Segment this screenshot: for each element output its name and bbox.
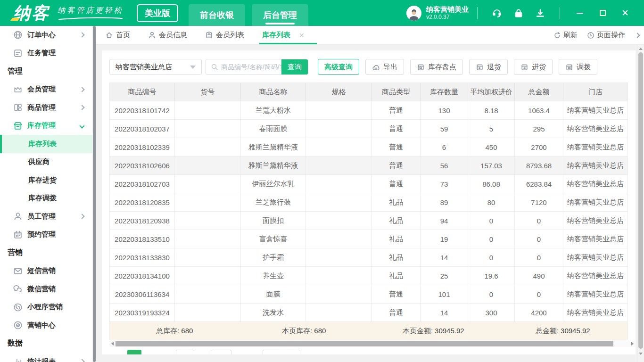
table-cell <box>175 156 241 174</box>
pagination-button[interactable] <box>176 350 194 354</box>
sidebar-item-inventory-purchase[interactable]: 库存进货 <box>0 171 92 189</box>
sidebar-item-task-manage[interactable]: 任务管理 <box>0 44 92 63</box>
sidebar-item-inventory-list[interactable]: 库存列表 <box>0 135 92 153</box>
sidebar-item-wechat-marketing[interactable]: 微信营销 <box>0 280 92 298</box>
table-cell: 普通 <box>372 120 421 138</box>
pagination-current-page[interactable] <box>127 350 141 354</box>
search-input[interactable] <box>221 59 281 74</box>
sidebar-item-miniprogram-marketing[interactable]: 小程序营销 <box>0 298 92 317</box>
table-row[interactable]: 20220318102606雅斯兰黛精华液普通56157.038793.68纳客… <box>110 156 627 174</box>
scroll-left-arrow[interactable] <box>109 340 115 347</box>
pagination-button[interactable] <box>211 350 231 354</box>
advanced-query-button[interactable]: 高级查询 <box>318 59 359 75</box>
sidebar-item-inventory-transfer[interactable]: 库存调拨 <box>0 189 92 208</box>
calendar-icon <box>13 230 23 239</box>
vertical-scrollbar-thumb[interactable] <box>638 52 643 349</box>
table-row[interactable]: 20220318120938面膜扣礼品9400纳客营销美业总店 <box>110 211 627 230</box>
table-row[interactable]: 20230306113634面膜普通10100纳客营销美业总店 <box>110 285 627 303</box>
sidebar-item-order-center[interactable]: 订单中心 <box>0 26 92 44</box>
tab-member-list[interactable]: 会员列表 <box>205 26 244 44</box>
table-row[interactable]: 20220318133830护手霜礼品1400纳客营销美业总店 <box>110 248 627 266</box>
sidebar-item-supplier[interactable]: 供应商 <box>0 153 92 172</box>
table-row[interactable]: 20220318102339雅斯兰黛精华液普通64502700纳客营销美业总店 <box>110 138 627 156</box>
tab-member-info[interactable]: 会员信息 <box>148 26 187 44</box>
table-cell <box>175 101 241 119</box>
chevron-right-icon[interactable] <box>635 33 640 38</box>
sidebar-item-member-manage[interactable]: 会员管理 <box>0 81 92 99</box>
topbar-nav: 前台收银 后台管理 <box>189 4 315 26</box>
sidebar-item-inventory-manage[interactable]: 库存管理 <box>0 117 92 135</box>
table-row[interactable]: 20230319193324洗发水普通143004200纳客营销美业总店 <box>110 303 627 321</box>
scroll-down-arrow[interactable] <box>637 351 644 356</box>
sidebar-item-statistics-report[interactable]: 统计报表 <box>0 353 92 362</box>
table-cell: 56 <box>421 156 468 174</box>
refresh-button[interactable]: 刷新 <box>553 31 578 40</box>
table-cell <box>306 156 372 174</box>
export-button[interactable]: 导出 <box>365 59 404 75</box>
table-cell: 20220318102339 <box>110 138 175 156</box>
table-cell: 89 <box>421 193 468 211</box>
chevron-right-icon <box>79 33 84 38</box>
nav-tab-front-cashier[interactable]: 前台收银 <box>189 4 245 26</box>
table-cell: 纳客营销美业总店 <box>563 101 627 119</box>
table-cell: 8793.68 <box>515 156 563 174</box>
page-operations-icon <box>587 32 594 39</box>
summary-total-stock: 总库存:680 <box>110 327 239 336</box>
vertical-scrollbar[interactable] <box>637 45 644 362</box>
sidebar-item-label: 微信营销 <box>27 285 56 294</box>
nav-tab-backstage-manage[interactable]: 后台管理 <box>252 4 308 26</box>
scroll-up-arrow[interactable] <box>637 46 644 51</box>
sidebar-item-appointment-manage[interactable]: 预约管理 <box>0 226 92 244</box>
table-cell: 20220318101742 <box>110 101 175 119</box>
table-row[interactable]: 20220318134100养生壶礼品2519.6490纳客营销美业总店 <box>110 266 627 285</box>
table-row[interactable]: 20220318133510盲盒惊喜礼品1900纳客营销美业总店 <box>110 230 627 248</box>
table-cell <box>306 101 372 119</box>
globe-icon <box>13 30 23 40</box>
table-row[interactable]: 20220318102703伊丽丝尔水乳普通7386.086283.84纳客营销… <box>110 174 627 193</box>
return-goods-button[interactable]: 退货 <box>469 59 508 75</box>
horizontal-scrollbar-thumb[interactable] <box>116 341 613 346</box>
stocktake-button[interactable]: 库存盘点 <box>410 59 463 75</box>
table-cell: 7120 <box>515 193 563 211</box>
account-info: 纳客营销美业 v2.0.0.37 <box>426 5 469 21</box>
lock-icon[interactable] <box>513 8 524 18</box>
transfer-icon <box>565 63 573 71</box>
page-operations-button[interactable]: 页面操作 <box>587 31 625 40</box>
table-row[interactable]: 20220318120835兰芝旅行装礼品89807120纳客营销美业总店 <box>110 193 627 211</box>
inventory-panel: 纳客营销美业总店 查询 高级查询 导出 库存盘点 <box>102 50 636 354</box>
horizontal-scrollbar[interactable] <box>109 340 635 347</box>
topbar-right: 纳客营销美业 v2.0.0.37 ✕ <box>406 5 636 21</box>
purchase-button[interactable]: 进货 <box>514 59 553 75</box>
download-icon[interactable] <box>535 8 545 18</box>
maximize-button[interactable] <box>598 8 607 18</box>
app-slogan: 纳客管店更轻松 <box>58 6 124 20</box>
sidebar-scrollbar-thumb[interactable] <box>93 26 96 362</box>
close-button[interactable]: ✕ <box>620 8 630 18</box>
tab-inventory-list[interactable]: 库存列表 ✕ <box>262 26 305 44</box>
sidebar-item-staff-manage[interactable]: 员工管理 <box>0 207 92 226</box>
table-cell <box>306 138 372 156</box>
sidebar-scrollbar[interactable] <box>92 26 96 362</box>
tab-home[interactable]: 首页 <box>105 26 130 44</box>
table-summary: 总库存:680 本页库存:680 本页金额:30945.92 总金额:30945… <box>110 321 627 340</box>
sidebar-item-sms-marketing[interactable]: 短信营销 <box>0 262 92 280</box>
table-row[interactable]: 20220318102037春雨面膜普通595295纳客营销美业总店 <box>110 119 627 138</box>
avatar[interactable] <box>406 6 421 21</box>
table-cell <box>175 138 241 156</box>
sidebar-item-marketing-center[interactable]: 营销中心 <box>0 316 92 335</box>
support-icon[interactable] <box>492 8 502 18</box>
sidebar-item-label: 商品管理 <box>27 103 56 112</box>
minimize-button[interactable] <box>575 8 585 18</box>
query-button[interactable]: 查询 <box>281 59 308 74</box>
column-header: 商品名称 <box>241 83 306 101</box>
transfer-button[interactable]: 调拨 <box>559 59 597 75</box>
pagination-button[interactable] <box>263 350 300 354</box>
sidebar-item-goods-manage[interactable]: 商品管理 <box>0 99 92 117</box>
edition-badge[interactable]: 美业版 <box>137 4 178 22</box>
store-select[interactable]: 纳客营销美业总店 <box>109 59 202 75</box>
table-cell: 雅斯兰黛精华液 <box>241 156 306 174</box>
close-tab-icon[interactable]: ✕ <box>299 32 305 39</box>
scroll-right-arrow[interactable] <box>629 340 635 347</box>
table-row[interactable]: 20220318101742兰蔻大粉水普通1308.181063.4纳客营销美业… <box>110 101 627 119</box>
search-icon <box>211 63 218 71</box>
